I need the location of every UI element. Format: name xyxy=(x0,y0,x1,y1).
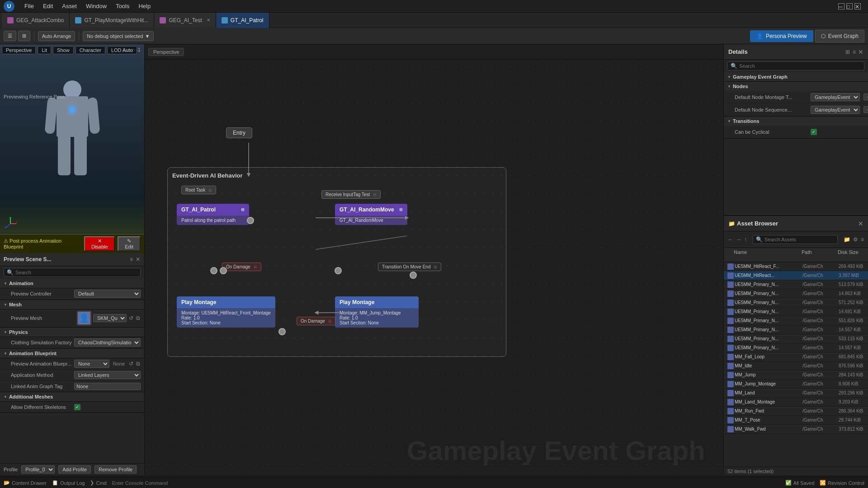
node-root-task[interactable]: Root Task ⊞ xyxy=(181,186,216,194)
can-be-cyclical-checkbox[interactable] xyxy=(811,129,817,135)
asset-row[interactable]: MM_Land /Game/Ch 293.296 KiB False xyxy=(724,389,868,398)
add-profile-btn[interactable]: Add Profile xyxy=(58,465,91,474)
menu-tools[interactable]: Tools xyxy=(111,0,134,13)
scene-panel-close[interactable]: ✕ xyxy=(135,256,141,263)
menu-edit[interactable]: Edit xyxy=(38,0,57,13)
layout-btn[interactable]: ⊞ xyxy=(18,31,30,41)
preview-anim-reset[interactable]: ↺ xyxy=(128,360,134,367)
node-transition-move-end[interactable]: Transition On Move End ⊞ xyxy=(378,263,441,271)
sidebar-toggle[interactable]: ☰ xyxy=(4,31,16,41)
node-entry[interactable]: Entry xyxy=(226,127,252,138)
scene-search-bar[interactable]: 🔍 xyxy=(4,268,141,277)
debug-selector[interactable]: No debug object selected ▼ xyxy=(83,31,154,41)
asset-row[interactable]: MM_Land_Montage /Game/Ch 9.203 KiB False xyxy=(724,398,868,407)
node-receive-input[interactable]: Receive InputTag Test ⊞ xyxy=(321,190,381,199)
perspective-btn[interactable]: Perspective xyxy=(2,46,36,54)
gameplay-event-graph-header[interactable]: Gameplay Event Graph xyxy=(724,72,868,81)
lit-btn[interactable]: Lit xyxy=(38,46,51,54)
connector-patrol-bottom-m[interactable] xyxy=(220,267,227,274)
asset-col-name-header[interactable]: Name xyxy=(734,249,802,260)
linked-anim-tag-value[interactable] xyxy=(74,383,141,390)
asset-row[interactable]: UE5MM_Primary_N... /Game/Ch 533.115 KiB … xyxy=(724,334,868,343)
asset-row[interactable]: UE5MM_Primary_N... /Game/Ch 14.557 KiB F… xyxy=(724,325,868,334)
scene-search-input[interactable] xyxy=(15,270,137,275)
auto-arrange-btn[interactable]: Auto Arrange xyxy=(38,31,75,41)
default-node-montage-select[interactable]: GameplayEvent xyxy=(811,93,860,101)
transitions-section-header[interactable]: Transitions xyxy=(724,117,868,126)
asset-row[interactable]: MM_Idle /Game/Ch 876.596 KiB False xyxy=(724,361,868,371)
graph-area[interactable]: Perspective Entry Event-Driven AI Behavi… xyxy=(145,44,723,475)
details-search-input[interactable] xyxy=(739,63,861,69)
profile-select[interactable]: Profile_0 xyxy=(21,465,55,474)
asset-row[interactable]: UE5MM_Primary_N... /Game/Ch 14.691 KiB F… xyxy=(724,307,868,316)
linked-anim-tag-input[interactable] xyxy=(74,383,141,390)
menu-help[interactable]: Help xyxy=(134,0,155,13)
scene-panel-list-view[interactable]: ≡ xyxy=(129,256,133,263)
cmd-btn[interactable]: ❯ Cmd xyxy=(90,480,106,486)
asset-filter-btn[interactable]: ⚙ xyxy=(853,236,859,243)
show-btn[interactable]: Show xyxy=(53,46,74,54)
node-on-damage-1[interactable]: On Damage ⊞ xyxy=(222,263,261,271)
preview-controller-value[interactable]: Default xyxy=(74,290,141,298)
asset-nav-fwd[interactable]: → xyxy=(736,236,742,243)
asset-row[interactable]: MM_T_Pose /Game/Ch 29.744 KiB False xyxy=(724,416,868,425)
nodes-section-header[interactable]: Nodes xyxy=(724,82,868,91)
asset-row[interactable]: MM_Walk_Fwd /Game/Ch 373.812 KiB False xyxy=(724,425,868,434)
node-random-move-state[interactable]: GT_AI_RandomMove ⊞ GT_AI_RandomMove xyxy=(335,204,407,225)
persona-preview-btn[interactable]: 👤 Persona Preview xyxy=(750,30,813,42)
window-close[interactable]: ✕ xyxy=(854,3,861,9)
anim-bp-section-header[interactable]: Animation Blueprint xyxy=(0,349,144,358)
tab-gt-play[interactable]: GT_PlayMontageWithHit... xyxy=(70,13,154,28)
details-search-bar[interactable]: 🔍 xyxy=(727,61,864,70)
tab-close-geg-ai-test[interactable]: ✕ xyxy=(207,18,210,23)
app-method-select[interactable]: Linked Layers xyxy=(74,371,141,379)
allow-diff-skeletons-checkbox[interactable] xyxy=(74,404,80,410)
tab-geg-attack[interactable]: GEG_AttackCombo xyxy=(2,13,70,28)
asset-row[interactable]: UE5MM_Primary_N... /Game/Ch 571.252 KiB … xyxy=(724,298,868,307)
physics-section-header[interactable]: Physics xyxy=(0,328,144,337)
menu-file[interactable]: File xyxy=(20,0,38,13)
preview-anim-select[interactable]: None xyxy=(74,360,109,368)
asset-row[interactable]: MM_Run_Fwd /Game/Ch 286.364 KiB False xyxy=(724,407,868,416)
asset-col-size-header[interactable]: Disk Size xyxy=(838,249,868,260)
clothing-sim-value[interactable]: ChaosClothingSimulationFact... xyxy=(74,338,141,347)
animation-section-header[interactable]: Animation xyxy=(0,279,144,288)
asset-row[interactable]: UE5MM_Primary_N... /Game/Ch 551.826 KiB … xyxy=(724,316,868,325)
asset-nav-back[interactable]: ← xyxy=(727,236,734,243)
connector-patrol-right[interactable] xyxy=(247,217,254,224)
node-on-damage-2[interactable]: On Damage ⊞ xyxy=(297,317,336,325)
asset-folder-btn[interactable]: 📁 xyxy=(843,236,851,243)
console-input[interactable] xyxy=(112,480,443,486)
menu-asset[interactable]: Asset xyxy=(57,0,81,13)
menu-window[interactable]: Window xyxy=(81,0,111,13)
mesh-section-header[interactable]: Mesh xyxy=(0,300,144,310)
lod-btn[interactable]: LOD Auto xyxy=(107,46,137,54)
mesh-reset-btn[interactable]: ↺ xyxy=(128,314,134,322)
connector-center[interactable] xyxy=(335,267,342,274)
asset-row[interactable]: MM_Fall_Loop /Game/Ch 681.845 KiB False xyxy=(724,352,868,361)
tab-geg-ai-test[interactable]: GEG_AI_Test ✕ xyxy=(154,13,216,28)
connector-patrol-bottom-l[interactable] xyxy=(210,267,217,274)
preview-anim-browse[interactable]: ⧉ xyxy=(136,360,141,367)
details-list-view[interactable]: ≡ xyxy=(852,48,856,56)
node-play-montage-2[interactable]: Play Montage Montage: MM_Jump_Montage Ra… xyxy=(335,296,419,328)
connector-random-bottom[interactable] xyxy=(410,272,417,279)
event-graph-btn[interactable]: ⬡ Event Graph xyxy=(815,30,864,42)
asset-row[interactable]: MM_Jump /Game/Ch 284.143 KiB False xyxy=(724,371,868,380)
window-minimize[interactable]: ─ xyxy=(838,3,844,9)
window-maximize[interactable]: □ xyxy=(846,3,853,9)
remove-profile-btn[interactable]: Remove Profile xyxy=(94,465,137,474)
asset-row[interactable]: UE5MM_HitReact_F... /Game/Ch 269.493 KiB… xyxy=(724,262,868,271)
character-btn[interactable]: Character xyxy=(75,46,105,54)
node-patrol-state[interactable]: GT_AI_Patrol ⊞ Patrol along the patrol p… xyxy=(177,204,249,225)
app-method-value[interactable]: Linked Layers xyxy=(74,371,141,379)
tab-gt-ai-patrol[interactable]: GT_AI_Patrol xyxy=(216,13,269,28)
asset-col-path-header[interactable]: Path xyxy=(802,249,838,260)
content-drawer-btn[interactable]: 📂 Content Drawer xyxy=(4,480,47,486)
output-log-btn[interactable]: 📋 Output Log xyxy=(52,480,85,486)
preview-controller-select[interactable]: Default xyxy=(74,290,141,298)
mesh-select[interactable]: SKM_Quinn xyxy=(93,314,127,322)
asset-view-btn[interactable]: ≡ xyxy=(860,236,864,243)
revision-control-btn[interactable]: 🔀 Revision Control xyxy=(820,480,864,486)
asset-search-bar[interactable]: 🔍 xyxy=(753,235,838,244)
